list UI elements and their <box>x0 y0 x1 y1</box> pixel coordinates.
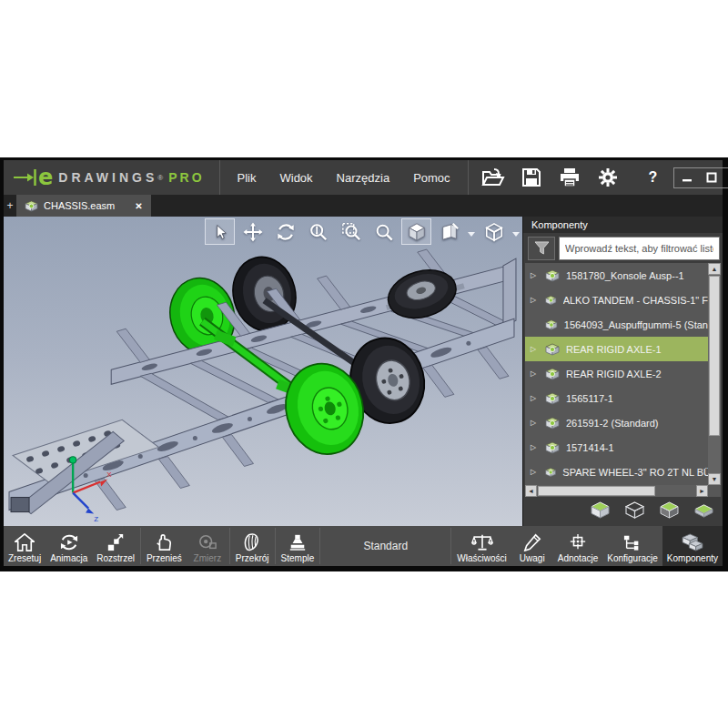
hand-move-icon <box>154 533 174 551</box>
expand-chevron-icon[interactable]: ▷ <box>531 394 539 402</box>
zoom-icon <box>374 222 394 242</box>
hide-component-button[interactable] <box>625 501 644 522</box>
open-button[interactable] <box>478 164 509 191</box>
select-cursor-icon <box>211 223 229 241</box>
gear-icon <box>597 167 619 188</box>
isolate-component-icon <box>694 501 713 519</box>
assembly-icon <box>545 417 560 430</box>
components-panel-title: Komponenty <box>523 217 723 233</box>
assembly-doc-icon <box>25 200 38 212</box>
markup-pages-icon <box>440 222 460 242</box>
close-button[interactable] <box>723 168 728 187</box>
component-tree-item[interactable]: ▷ REAR RIGID AXLE-2 <box>525 361 708 386</box>
scroll-down-button[interactable]: ▼ <box>708 473 721 485</box>
vertical-scroll-thumb[interactable] <box>709 276 720 436</box>
component-tree-item[interactable]: ▷ 1571414-1 <box>525 435 708 460</box>
scroll-right-button[interactable]: ► <box>696 485 708 497</box>
view-toolbar <box>205 218 521 245</box>
shaded-view-button[interactable] <box>401 218 431 245</box>
tab-chassis[interactable]: CHASSIS.easm ✕ <box>16 195 151 217</box>
annotations-button[interactable]: Adnotacje <box>553 526 602 566</box>
svg-text:X: X <box>106 470 112 479</box>
horizontal-scrollbar[interactable]: ◄ ► <box>525 485 708 497</box>
isolate-component-button[interactable] <box>694 501 713 522</box>
measure-button[interactable]: Zmierz <box>187 526 228 566</box>
tab-label: CHASSIS.easm <box>44 200 115 211</box>
pan-tool-button[interactable] <box>238 218 268 245</box>
animation-icon <box>59 533 79 551</box>
filter-input[interactable] <box>559 237 720 260</box>
horizontal-scroll-thumb[interactable] <box>538 486 655 496</box>
explode-icon <box>106 533 126 551</box>
comments-button[interactable]: Uwagi <box>511 526 553 566</box>
expand-chevron-icon[interactable]: ▷ <box>531 443 539 451</box>
section-button[interactable]: Przekrój <box>231 526 274 566</box>
annotation-target-icon <box>568 533 588 551</box>
titlebar-quick-icons <box>469 160 632 195</box>
new-tab-button[interactable]: + <box>4 195 16 217</box>
vertical-scrollbar[interactable]: ▲ ▼ <box>708 263 721 485</box>
show-component-button[interactable] <box>591 501 610 522</box>
components-button[interactable]: Komponenty <box>662 526 723 566</box>
assembly-icon <box>545 368 560 380</box>
minimize-button[interactable] <box>674 168 699 187</box>
wireframe-view-dropdown[interactable] <box>511 218 521 245</box>
move-button[interactable]: Przenieś <box>142 526 187 566</box>
assembly-icon <box>545 269 560 282</box>
scroll-up-button[interactable]: ▲ <box>708 263 721 275</box>
home-icon <box>15 533 35 551</box>
menu-widok[interactable]: Widok <box>268 171 324 185</box>
active-configuration-label: Standard <box>363 540 408 552</box>
component-visibility-actions <box>523 497 723 526</box>
component-tree-item[interactable]: ▷ SPARE WHEEL-3" RO 2T NL BÜRSTNER <box>525 460 708 484</box>
markup-view-dropdown[interactable] <box>467 218 476 245</box>
menu-pomoc[interactable]: Pomoc <box>401 171 461 185</box>
expand-chevron-icon[interactable]: ▷ <box>531 468 539 476</box>
configurations-button[interactable]: Konfiguracje <box>602 526 662 566</box>
settings-button[interactable] <box>592 164 623 191</box>
expand-chevron-icon[interactable]: ▷ <box>531 271 539 279</box>
near-rail <box>9 318 514 510</box>
explode-button[interactable]: Rozstrzel <box>92 526 139 566</box>
expand-chevron-icon[interactable]: ▷ <box>531 345 539 353</box>
component-tree-item[interactable]: ▷ ALKO TANDEM - CHASSIS-1" FPC 3T N <box>525 288 708 312</box>
maximize-button[interactable] <box>699 168 723 187</box>
menu-plik[interactable]: Plik <box>226 171 268 185</box>
spare-wheel <box>382 263 461 326</box>
expand-chevron-icon[interactable]: ▷ <box>531 369 539 378</box>
stamps-button[interactable]: Stemple <box>277 526 319 566</box>
animation-button[interactable]: Animacja <box>46 526 92 566</box>
component-tree-item[interactable]: ▷ 1564093_Auspuffgummi-5 (Standard) <box>525 312 708 337</box>
rotate-tool-button[interactable] <box>270 218 300 245</box>
component-tree-item[interactable]: ▷ REAR RIGID AXLE-1 <box>525 337 708 361</box>
scroll-left-button[interactable]: ◄ <box>525 485 537 497</box>
zoom-tool-button[interactable] <box>369 218 399 245</box>
filter-button[interactable] <box>528 237 555 260</box>
wireframe-view-button[interactable] <box>479 218 509 245</box>
viewport-3d[interactable]: X Z <box>4 217 522 526</box>
component-name: REAR RIGID AXLE-1 <box>566 344 662 355</box>
component-tree-item[interactable]: ▷ 1581780_Konsole Ausp--1 <box>525 263 708 288</box>
zoom-fit-tool-button[interactable] <box>303 218 333 245</box>
markup-view-button[interactable] <box>434 218 464 245</box>
menu-narzedzia[interactable]: Narzędzia <box>325 171 402 185</box>
tab-close-button[interactable]: ✕ <box>135 201 142 211</box>
expand-chevron-icon[interactable]: ▷ <box>531 296 539 304</box>
transparent-component-button[interactable] <box>660 501 679 522</box>
expand-chevron-icon[interactable]: ▷ <box>531 419 539 427</box>
component-tree-item[interactable]: ▷ 261591-2 (Standard) <box>525 410 708 435</box>
zoom-area-tool-button[interactable] <box>336 218 366 245</box>
window-controls <box>673 167 728 188</box>
select-tool-button[interactable] <box>205 218 235 245</box>
logo-drawings: DRAWINGS <box>58 170 157 185</box>
reset-button[interactable]: Zresetuj <box>4 526 46 566</box>
save-button[interactable] <box>516 164 547 191</box>
component-name: 1565117-1 <box>566 393 613 404</box>
print-button[interactable] <box>554 164 585 191</box>
configuration-selector[interactable]: Standard <box>321 526 450 566</box>
component-tree-item[interactable]: ▷ 1565117-1 <box>525 386 708 410</box>
zoom-fit-icon <box>308 222 329 242</box>
help-button[interactable]: ? <box>632 169 674 186</box>
properties-button[interactable]: Właściwości <box>452 526 511 566</box>
component-name: REAR RIGID AXLE-2 <box>566 369 662 379</box>
